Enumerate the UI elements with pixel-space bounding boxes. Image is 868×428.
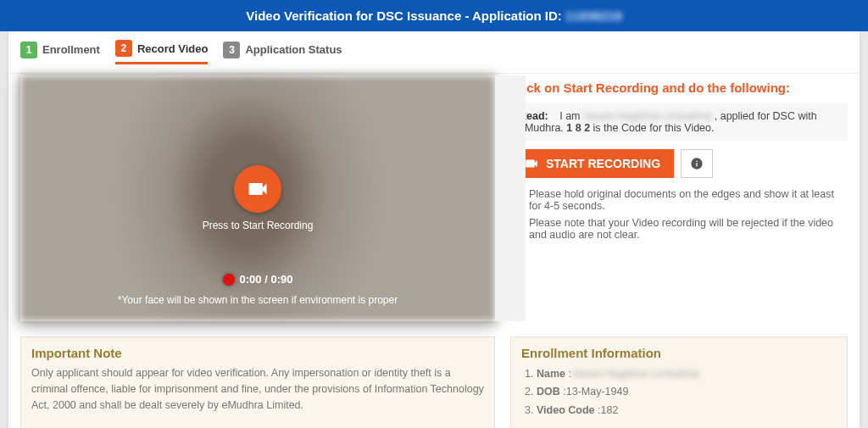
list-item: Name :Vasani Nagibhai Limbabhai [537, 365, 837, 383]
code-value: 182 [601, 404, 619, 416]
main-card: 1 Enrollment 2 Record Video 3 Applicatio… [8, 31, 860, 428]
record-button[interactable] [234, 165, 281, 213]
camera-icon [524, 156, 539, 171]
important-note-box: Important Note Only applicant should app… [20, 336, 495, 428]
record-indicator-icon [223, 274, 235, 286]
enrollment-info-list: Name :Vasani Nagibhai Limbabhai DOB :13-… [521, 365, 837, 420]
read-code: 1 8 2 [566, 122, 590, 134]
read-script-box: Read: I am Vasani Nagibhai Limbabhai , a… [510, 103, 848, 141]
step-label: Record Video [137, 42, 209, 55]
application-id: 11838218 [565, 8, 622, 23]
step-label: Application Status [245, 43, 342, 56]
bullet-text: Please note that your Video recording wi… [529, 217, 848, 241]
instruction-title: Click on Start Recording and do the foll… [510, 81, 848, 95]
dob-value: 13-May-1949 [566, 386, 629, 397]
read-prefix: I am [559, 110, 583, 122]
important-note-title: Important Note [31, 346, 484, 360]
read-suffix: is the Code for this Video. [593, 122, 715, 134]
bullet-text: Please hold original documents on the ed… [529, 188, 848, 212]
face-note: *Your face will be shown in the screen i… [20, 294, 495, 306]
header-title: Video Verification for DSC Issuance - Ap… [246, 8, 565, 23]
timer-text: 0:00 / 0:90 [240, 273, 293, 286]
name-value: Vasani Nagibhai Limbabhai [571, 368, 699, 380]
tab-enrollment[interactable]: 1 Enrollment [20, 40, 100, 64]
button-row: START RECORDING [510, 149, 848, 178]
instructions-column: Click on Start Recording and do the foll… [510, 74, 848, 321]
important-note-body: Only applicant should appear for video v… [31, 365, 484, 413]
video-column: Press to Start Recording 0:00 / 0:90 *Yo… [20, 74, 495, 321]
tab-application-status[interactable]: 3 Application Status [223, 40, 342, 64]
step-badge: 3 [223, 42, 240, 58]
list-item: DOB :13-May-1949 [537, 383, 837, 401]
page-header: Video Verification for DSC Issuance - Ap… [0, 0, 868, 31]
enrollment-info-title: Enrollment Information [521, 346, 837, 360]
info-button[interactable] [681, 149, 713, 178]
step-badge: 1 [20, 42, 37, 58]
applicant-name: Vasani Nagibhai Limbabhai [583, 110, 711, 122]
start-recording-button[interactable]: START RECORDING [510, 149, 674, 178]
start-recording-label: START RECORDING [546, 157, 660, 170]
instruction-bullet: Please note that your Video recording wi… [510, 217, 848, 241]
step-tabs: 1 Enrollment 2 Record Video 3 Applicatio… [8, 31, 860, 74]
timer-row: 0:00 / 0:90 [20, 273, 495, 286]
tab-record-video[interactable]: 2 Record Video [115, 40, 209, 64]
step-label: Enrollment [42, 43, 100, 56]
camera-icon [246, 177, 270, 201]
name-label: Name [537, 368, 565, 380]
enrollment-info-box: Enrollment Information Name :Vasani Nagi… [510, 336, 848, 428]
dob-label: DOB [537, 386, 560, 397]
info-icon [690, 157, 704, 170]
code-label: Video Code [537, 404, 595, 416]
press-to-start-label: Press to Start Recording [203, 220, 314, 231]
instruction-bullet: Please hold original documents on the ed… [510, 188, 848, 212]
video-gutter [495, 75, 526, 321]
video-preview[interactable]: Press to Start Recording 0:00 / 0:90 *Yo… [20, 75, 495, 321]
step-badge: 2 [115, 40, 132, 57]
list-item: Video Code :182 [537, 402, 837, 420]
